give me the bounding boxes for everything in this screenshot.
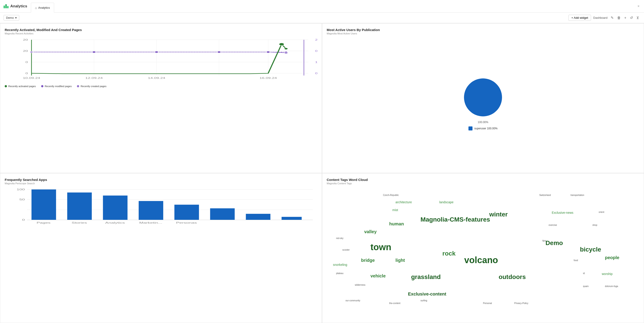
word-cloud-container: volcanoMagnolia-CMS-featuresgrasslandout…: [327, 187, 639, 318]
word-cloud-item: our-community: [346, 299, 360, 302]
svg-point-21: [217, 51, 221, 53]
widget-active-users-title: Most Active Users By Publication: [327, 28, 639, 32]
word-cloud-item: town: [370, 242, 391, 252]
svg-text:0: 0: [26, 72, 28, 75]
svg-point-25: [285, 51, 287, 53]
word-cloud-item: human: [389, 221, 404, 227]
pie-chart-area: 100.00% superuser 100.00%: [327, 37, 639, 168]
dashboard-label: Dashboard: [593, 16, 608, 19]
word-cloud-item: landscape: [439, 200, 454, 204]
top-bar: Analytics ⌂ Analytics ×: [0, 0, 644, 12]
svg-text:20: 20: [315, 39, 317, 41]
word-cloud-item: valley: [364, 229, 377, 234]
svg-text:16.09.24: 16.09.24: [260, 77, 277, 79]
svg-text:14.09.24: 14.09.24: [148, 77, 165, 79]
word-cloud-item: light: [396, 258, 405, 263]
legend-dot-modified: [41, 85, 44, 87]
svg-text:Marketin...: Marketin...: [139, 222, 162, 224]
svg-text:0: 0: [315, 50, 317, 52]
svg-point-32: [464, 78, 502, 116]
svg-rect-43: [139, 201, 163, 220]
pie-pct-label: 100.00%: [478, 121, 488, 124]
word-cloud-item: tips: [542, 240, 546, 242]
word-cloud-item: quam: [583, 285, 588, 288]
widget-recent-pages: Recently Activated, Modified And Created…: [0, 23, 322, 173]
svg-point-27: [284, 48, 288, 50]
pie-legend-label: superuser 100.00%: [474, 127, 498, 130]
svg-text:Pages: Pages: [37, 222, 50, 224]
legend-dot-activated: [5, 85, 7, 87]
svg-text:50: 50: [19, 198, 24, 201]
word-cloud-item: outdoors: [499, 273, 526, 281]
legend-label-created: Recently created pages: [80, 85, 106, 88]
svg-text:Stories: Stories: [72, 222, 87, 224]
filter-button[interactable]: ⊻: [635, 15, 640, 21]
demo-select[interactable]: Demo ▾: [4, 15, 19, 20]
word-cloud-item: rock: [442, 250, 456, 257]
word-cloud-item: bridge: [361, 258, 375, 263]
pie-legend-box: [468, 126, 472, 130]
widget-active-users: Most Active Users By Publication Magnoli…: [322, 23, 644, 173]
window-close-button[interactable]: ×: [636, 4, 641, 8]
home-icon: ⌂: [35, 6, 37, 9]
svg-rect-46: [246, 214, 270, 220]
word-cloud-item: plateau: [336, 272, 344, 275]
analytics-icon: [4, 4, 8, 8]
line-chart-svg: 20 20 0 0 20 0 10 0: [5, 37, 317, 82]
word-cloud-item: Personal: [483, 302, 492, 305]
app-title: Analytics: [10, 4, 27, 8]
add-widget-button[interactable]: + Add widget: [568, 15, 591, 21]
word-cloud-item: Exclusive-news: [552, 211, 573, 214]
legend-dot-created: [77, 85, 79, 87]
svg-text:100: 100: [16, 188, 25, 191]
widget-word-cloud-title: Content Tags Word Cloud: [327, 178, 639, 182]
delete-button[interactable]: 🗑: [616, 15, 622, 21]
svg-point-20: [155, 51, 158, 53]
svg-point-22: [266, 51, 270, 53]
svg-point-19: [92, 51, 96, 53]
svg-text:0: 0: [26, 61, 28, 63]
word-cloud-item: food: [574, 259, 578, 262]
pie-chart-svg: [461, 75, 505, 120]
word-cloud-item: exercise: [549, 224, 557, 226]
svg-text:Analytics: Analytics: [105, 222, 125, 224]
app-logo: Analytics: [3, 4, 31, 8]
line-chart-area: 20 20 0 0 20 0 10 0: [5, 37, 317, 82]
svg-text:20: 20: [23, 39, 28, 41]
word-cloud-item: winter: [489, 211, 508, 218]
word-cloud-item: shop: [592, 224, 597, 226]
widget-searched-subtitle: Magnolia Periscope Search: [5, 182, 317, 185]
word-cloud-item: mist: [392, 208, 398, 212]
svg-point-24: [30, 51, 33, 53]
toolbar: Demo ▾ + Add widget Dashboard ✎ 🗑 + ↺ ⊻: [0, 12, 644, 23]
word-cloud-item: Exclusive-content: [408, 292, 446, 297]
word-cloud-item: people: [605, 255, 619, 260]
svg-text:0: 0: [22, 219, 25, 221]
word-cloud-item: scooter: [342, 249, 350, 251]
svg-rect-45: [210, 208, 235, 220]
word-cloud-item: Demo: [546, 240, 563, 247]
legend-modified: Recently modified pages: [41, 85, 72, 88]
word-cloud-item: the-content: [389, 302, 400, 305]
word-cloud-item: volcano: [464, 255, 498, 265]
legend-created: Recently created pages: [77, 85, 106, 88]
word-cloud-item: snorkeling: [333, 263, 347, 267]
word-cloud-item: vehicle: [370, 273, 386, 279]
undo-button[interactable]: ↺: [628, 15, 634, 21]
word-cloud-item: wilderness: [355, 284, 366, 286]
widget-recent-pages-title: Recently Activated, Modified And Created…: [5, 28, 317, 32]
svg-rect-41: [67, 193, 92, 220]
bar-chart-area: 100 50 0 Pages Stories Analytics Marketi…: [5, 187, 317, 232]
main-grid: Recently Activated, Modified And Created…: [0, 23, 644, 323]
legend-activated: Recently activated pages: [5, 85, 36, 88]
svg-text:Personas: Personas: [176, 222, 197, 224]
svg-rect-40: [32, 189, 56, 220]
word-cloud-item: grassland: [411, 273, 440, 281]
word-cloud-item: dolorum-fuga: [605, 285, 618, 288]
word-cloud-item: bicycle: [580, 246, 601, 253]
edit-button[interactable]: ✎: [609, 15, 615, 21]
tab-analytics[interactable]: ⌂ Analytics: [31, 3, 54, 12]
tab-label: Analytics: [38, 6, 50, 9]
pie-legend: superuser 100.00%: [468, 126, 498, 130]
add-dashboard-button[interactable]: +: [623, 15, 628, 21]
